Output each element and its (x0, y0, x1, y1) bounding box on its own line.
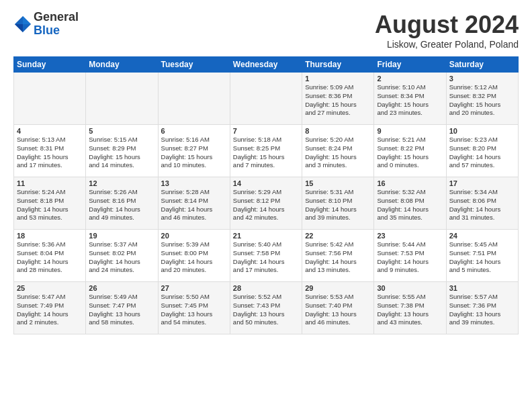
calendar-cell: 21Sunrise: 5:40 AM Sunset: 7:58 PM Dayli… (230, 230, 302, 282)
day-number: 8 (305, 127, 371, 135)
day-info: Sunrise: 5:18 AM Sunset: 8:25 PM Dayligh… (233, 136, 299, 170)
calendar-cell (86, 73, 158, 125)
header: General Blue August 2024 Liskow, Greater… (13, 11, 519, 50)
calendar-cell: 10Sunrise: 5:23 AM Sunset: 8:20 PM Dayli… (446, 125, 518, 177)
calendar-cell: 20Sunrise: 5:39 AM Sunset: 8:00 PM Dayli… (158, 230, 230, 282)
calendar-table: SundayMondayTuesdayWednesdayThursdayFrid… (13, 56, 519, 334)
calendar-cell: 26Sunrise: 5:49 AM Sunset: 7:47 PM Dayli… (86, 282, 158, 334)
day-info: Sunrise: 5:36 AM Sunset: 8:04 PM Dayligh… (17, 240, 83, 275)
calendar-cell: 4Sunrise: 5:13 AM Sunset: 8:31 PM Daylig… (14, 125, 86, 177)
day-number: 20 (161, 232, 227, 240)
calendar-cell: 12Sunrise: 5:26 AM Sunset: 8:16 PM Dayli… (86, 177, 158, 230)
day-number: 11 (17, 179, 83, 187)
day-number: 15 (305, 179, 371, 187)
logo-general: General (34, 10, 79, 24)
day-number: 28 (233, 284, 299, 292)
calendar-cell: 19Sunrise: 5:37 AM Sunset: 8:02 PM Dayli… (86, 230, 158, 282)
day-number: 1 (305, 75, 371, 83)
header-day-thursday: Thursday (302, 57, 374, 73)
header-day-sunday: Sunday (14, 57, 86, 73)
calendar-cell: 22Sunrise: 5:42 AM Sunset: 7:56 PM Dayli… (302, 230, 374, 282)
day-number: 29 (305, 284, 371, 292)
day-info: Sunrise: 5:57 AM Sunset: 7:36 PM Dayligh… (449, 293, 515, 327)
day-info: Sunrise: 5:23 AM Sunset: 8:20 PM Dayligh… (449, 136, 515, 170)
day-info: Sunrise: 5:12 AM Sunset: 8:32 PM Dayligh… (449, 83, 515, 118)
calendar-cell: 31Sunrise: 5:57 AM Sunset: 7:36 PM Dayli… (446, 282, 518, 334)
day-number: 10 (449, 127, 515, 135)
month-title: August 2024 (375, 11, 519, 39)
logo-icon (13, 15, 32, 34)
day-info: Sunrise: 5:52 AM Sunset: 7:43 PM Dayligh… (233, 293, 299, 327)
logo-blue: Blue (34, 24, 60, 37)
calendar-cell: 30Sunrise: 5:55 AM Sunset: 7:38 PM Dayli… (374, 282, 446, 334)
calendar-cell: 13Sunrise: 5:28 AM Sunset: 8:14 PM Dayli… (158, 177, 230, 230)
day-info: Sunrise: 5:29 AM Sunset: 8:12 PM Dayligh… (233, 188, 299, 222)
day-info: Sunrise: 5:45 AM Sunset: 7:51 PM Dayligh… (449, 240, 515, 275)
week-row-4: 25Sunrise: 5:47 AM Sunset: 7:49 PM Dayli… (14, 282, 519, 334)
day-number: 26 (89, 284, 154, 292)
calendar-cell: 29Sunrise: 5:53 AM Sunset: 7:40 PM Dayli… (302, 282, 374, 334)
calendar-cell: 15Sunrise: 5:31 AM Sunset: 8:10 PM Dayli… (302, 177, 374, 230)
logo: General Blue (13, 11, 79, 38)
day-info: Sunrise: 5:53 AM Sunset: 7:40 PM Dayligh… (305, 293, 371, 327)
header-day-monday: Monday (86, 57, 158, 73)
calendar-cell: 17Sunrise: 5:34 AM Sunset: 8:06 PM Dayli… (446, 177, 518, 230)
day-number: 21 (233, 232, 299, 240)
day-number: 31 (449, 284, 515, 292)
day-number: 23 (377, 232, 443, 240)
day-info: Sunrise: 5:47 AM Sunset: 7:49 PM Dayligh… (17, 293, 83, 327)
week-row-3: 18Sunrise: 5:36 AM Sunset: 8:04 PM Dayli… (14, 230, 519, 282)
day-number: 18 (17, 232, 83, 240)
day-info: Sunrise: 5:49 AM Sunset: 7:47 PM Dayligh… (89, 293, 154, 327)
day-info: Sunrise: 5:15 AM Sunset: 8:29 PM Dayligh… (89, 136, 154, 170)
day-number: 3 (449, 75, 515, 83)
day-info: Sunrise: 5:34 AM Sunset: 8:06 PM Dayligh… (449, 188, 515, 222)
calendar-cell: 27Sunrise: 5:50 AM Sunset: 7:45 PM Dayli… (158, 282, 230, 334)
logo-text: General Blue (34, 11, 79, 38)
calendar-cell: 3Sunrise: 5:12 AM Sunset: 8:32 PM Daylig… (446, 73, 518, 125)
svg-marker-1 (23, 16, 31, 24)
day-number: 16 (377, 179, 443, 187)
calendar-cell (14, 73, 86, 125)
day-number: 2 (377, 75, 443, 83)
calendar-cell: 9Sunrise: 5:21 AM Sunset: 8:22 PM Daylig… (374, 125, 446, 177)
header-day-wednesday: Wednesday (230, 57, 302, 73)
calendar-cell: 16Sunrise: 5:32 AM Sunset: 8:08 PM Dayli… (374, 177, 446, 230)
calendar-cell: 8Sunrise: 5:20 AM Sunset: 8:24 PM Daylig… (302, 125, 374, 177)
header-row: SundayMondayTuesdayWednesdayThursdayFrid… (14, 57, 519, 73)
day-info: Sunrise: 5:55 AM Sunset: 7:38 PM Dayligh… (377, 293, 443, 327)
day-number: 25 (17, 284, 83, 292)
day-info: Sunrise: 5:24 AM Sunset: 8:18 PM Dayligh… (17, 188, 83, 222)
calendar-cell (230, 73, 302, 125)
day-info: Sunrise: 5:10 AM Sunset: 8:34 PM Dayligh… (377, 83, 443, 118)
day-number: 14 (233, 179, 299, 187)
day-number: 24 (449, 232, 515, 240)
day-number: 13 (161, 179, 227, 187)
day-number: 27 (161, 284, 227, 292)
day-info: Sunrise: 5:28 AM Sunset: 8:14 PM Dayligh… (161, 188, 227, 222)
day-info: Sunrise: 5:20 AM Sunset: 8:24 PM Dayligh… (305, 136, 371, 170)
day-info: Sunrise: 5:50 AM Sunset: 7:45 PM Dayligh… (161, 293, 227, 327)
calendar-cell: 6Sunrise: 5:16 AM Sunset: 8:27 PM Daylig… (158, 125, 230, 177)
calendar-cell: 1Sunrise: 5:09 AM Sunset: 8:36 PM Daylig… (302, 73, 374, 125)
header-day-tuesday: Tuesday (158, 57, 230, 73)
day-info: Sunrise: 5:26 AM Sunset: 8:16 PM Dayligh… (89, 188, 154, 222)
calendar-cell: 25Sunrise: 5:47 AM Sunset: 7:49 PM Dayli… (14, 282, 86, 334)
page: General Blue August 2024 Liskow, Greater… (0, 0, 532, 341)
calendar-cell: 7Sunrise: 5:18 AM Sunset: 8:25 PM Daylig… (230, 125, 302, 177)
day-info: Sunrise: 5:16 AM Sunset: 8:27 PM Dayligh… (161, 136, 227, 170)
week-row-2: 11Sunrise: 5:24 AM Sunset: 8:18 PM Dayli… (14, 177, 519, 230)
week-row-1: 4Sunrise: 5:13 AM Sunset: 8:31 PM Daylig… (14, 125, 519, 177)
day-info: Sunrise: 5:09 AM Sunset: 8:36 PM Dayligh… (305, 83, 371, 118)
calendar-cell: 2Sunrise: 5:10 AM Sunset: 8:34 PM Daylig… (374, 73, 446, 125)
day-number: 12 (89, 179, 154, 187)
calendar-cell: 28Sunrise: 5:52 AM Sunset: 7:43 PM Dayli… (230, 282, 302, 334)
day-number: 6 (161, 127, 227, 135)
calendar-cell: 5Sunrise: 5:15 AM Sunset: 8:29 PM Daylig… (86, 125, 158, 177)
day-info: Sunrise: 5:44 AM Sunset: 7:53 PM Dayligh… (377, 240, 443, 275)
calendar-cell: 11Sunrise: 5:24 AM Sunset: 8:18 PM Dayli… (14, 177, 86, 230)
calendar-cell: 14Sunrise: 5:29 AM Sunset: 8:12 PM Dayli… (230, 177, 302, 230)
day-number: 4 (17, 127, 83, 135)
day-number: 9 (377, 127, 443, 135)
day-info: Sunrise: 5:39 AM Sunset: 8:00 PM Dayligh… (161, 240, 227, 275)
